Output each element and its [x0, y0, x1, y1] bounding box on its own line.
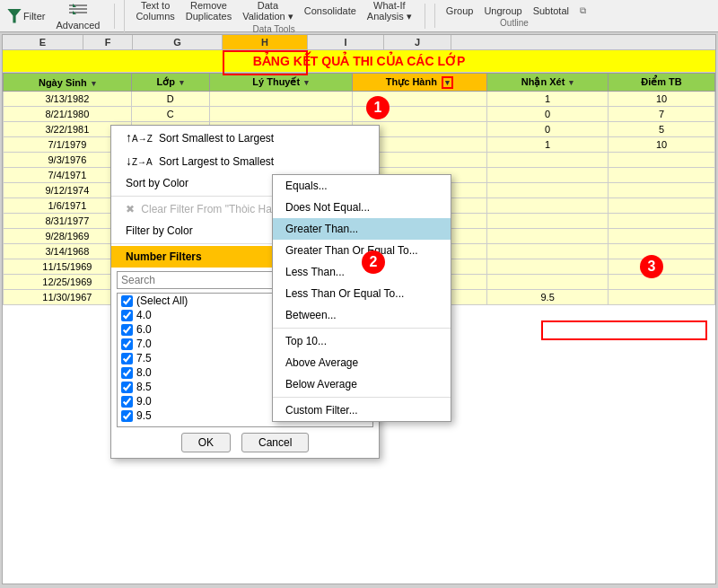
cell-lop: C [131, 107, 209, 122]
top10-item[interactable]: Top 10... [273, 330, 451, 352]
below-avg-item[interactable]: Below Average [273, 373, 451, 395]
checkbox-9-input[interactable] [121, 396, 133, 408]
th-lop[interactable]: Lớp ▾ [131, 74, 209, 92]
cell-tb [609, 168, 715, 183]
less-than-label: Less Than... [285, 266, 345, 278]
cell-tb [609, 214, 715, 229]
th-nhan-xet[interactable]: Nhận Xét ▾ [487, 74, 609, 92]
cell-nx [487, 183, 609, 198]
cell-tb [609, 183, 715, 198]
table-row: 3/13/1982 D 1 10 [4, 92, 715, 107]
greater-than-item[interactable]: Greater Than... [273, 218, 451, 240]
th-thuc-hanh[interactable]: Thực Hành ▾ [352, 74, 487, 92]
col-header-h[interactable]: H [223, 35, 308, 49]
checkbox-85-input[interactable] [121, 382, 133, 393]
checkbox-4-input[interactable] [121, 310, 133, 321]
data-validation-button[interactable]: DataValidation ▾ [239, 0, 297, 24]
cancel-button[interactable]: Cancel [241, 433, 309, 452]
sort-desc-item[interactable]: ↓Z→A Sort Largest to Smallest [111, 149, 379, 172]
top10-label: Top 10... [285, 335, 327, 347]
th-diem-tb[interactable]: Điểm TB [609, 74, 715, 92]
checkbox-85-label: 8.5 [136, 381, 152, 393]
greater-than-highlight-box [541, 320, 707, 340]
table-header-row: Ngày Sinh ▾ Lớp ▾ Lý Thuyết ▾ Thực Hành … [4, 74, 715, 92]
checkbox-8-input[interactable] [121, 367, 133, 379]
outline-buttons: Group Ungroup Subtotal ⧉ [442, 4, 586, 18]
submenu-sep [273, 328, 451, 329]
spreadsheet: E F G H I J BẢNG KẾT QUẢ THI CỦA CÁC LỚP… [2, 34, 716, 584]
what-if-button[interactable]: What-IfAnalysis ▾ [363, 0, 416, 24]
ungroup-button[interactable]: Ungroup [480, 4, 525, 18]
outline-expand: ⧉ [580, 5, 586, 16]
checkbox-8-label: 8.0 [136, 366, 152, 379]
col-header-g[interactable]: G [133, 35, 223, 49]
custom-filter-item[interactable]: Custom Filter... [273, 399, 451, 421]
col-header-f[interactable]: F [83, 35, 133, 49]
col-header-e[interactable]: E [3, 35, 83, 49]
number-filters-label: Number Filters [126, 250, 202, 263]
checkbox-75-input[interactable] [121, 353, 133, 364]
less-equal-item[interactable]: Less Than Or Equal To... [273, 283, 451, 304]
consolidate-button[interactable]: Consolidate [301, 4, 360, 18]
cell-nx [487, 198, 609, 214]
cell-tb [609, 275, 715, 290]
above-avg-item[interactable]: Above Average [273, 352, 451, 373]
checkbox-6-input[interactable] [121, 324, 133, 336]
cell-ly [209, 107, 352, 122]
cell-tb [609, 229, 715, 244]
checkbox-select-all-input[interactable] [121, 295, 133, 307]
cell-tb: 5 [609, 122, 715, 137]
sort-asc-item[interactable]: ↑A→Z Sort Smallest to Largest [111, 126, 379, 149]
custom-filter-label: Custom Filter... [285, 404, 358, 417]
num-label-1: 1 [366, 96, 390, 119]
equals-item[interactable]: Equals... [273, 175, 451, 197]
cell-tb [609, 198, 715, 214]
subtotal-button[interactable]: Subtotal [530, 4, 573, 18]
sort-desc-icon: ↓Z→A [126, 154, 153, 168]
clear-filter-label: ✖ Clear Filter From "Thòic Haonh" [126, 203, 293, 215]
col-header-j[interactable]: J [384, 35, 451, 49]
cell-nx: 9.5 [487, 290, 609, 305]
equals-label: Equals... [285, 180, 328, 192]
cell-nx [487, 275, 609, 290]
greater-than-label: Greater Than... [285, 223, 358, 235]
num-label-2: 2 [362, 250, 385, 274]
data-tools-buttons: Text toColumns RemoveDuplicates DataVali… [132, 0, 415, 24]
cell-lop: D [131, 92, 209, 107]
outline-label: Outline [442, 18, 586, 28]
dialog-buttons: OK Cancel [111, 427, 379, 458]
less-equal-label: Less Than Or Equal To... [285, 287, 404, 300]
advanced-button[interactable]: Advanced [50, 0, 105, 32]
advanced-icon [67, 2, 89, 18]
cell-date: 8/21/1980 [4, 107, 132, 122]
checkbox-7-input[interactable] [121, 338, 133, 350]
checkbox-95-input[interactable] [121, 410, 133, 422]
submenu-sep2 [273, 397, 451, 398]
checkbox-75-label: 7.5 [136, 352, 152, 364]
between-item[interactable]: Between... [273, 304, 451, 326]
advanced-label: Advanced [56, 20, 100, 31]
group-button[interactable]: Group [442, 4, 477, 18]
text-to-columns-button[interactable]: Text toColumns [132, 0, 178, 23]
cell-nx [487, 214, 609, 229]
cell-date: 3/13/1982 [4, 92, 132, 107]
cell-nx [487, 168, 609, 183]
not-equal-item[interactable]: Does Not Equal... [273, 197, 451, 218]
cell-tb [609, 244, 715, 259]
cell-tb: 7 [609, 107, 715, 122]
cell-nx: 1 [487, 137, 609, 153]
divider [114, 4, 115, 29]
sort-asc-icon: ↑A→Z [126, 130, 153, 145]
divider2 [425, 4, 425, 29]
ok-button[interactable]: OK [181, 433, 231, 452]
cell-nx [487, 229, 609, 244]
checkbox-95-label: 9.5 [136, 409, 152, 422]
data-tools-label: Data Tools [132, 24, 415, 34]
above-avg-label: Above Average [285, 356, 358, 369]
th-ngay-sinh[interactable]: Ngày Sinh ▾ [4, 74, 132, 92]
between-label: Between... [285, 309, 337, 321]
th-ly-thuyet[interactable]: Lý Thuyết ▾ [209, 74, 352, 92]
remove-duplicates-button[interactable]: RemoveDuplicates [182, 0, 235, 23]
checkbox-4-label: 4.0 [136, 309, 152, 321]
col-header-i[interactable]: I [308, 35, 384, 49]
